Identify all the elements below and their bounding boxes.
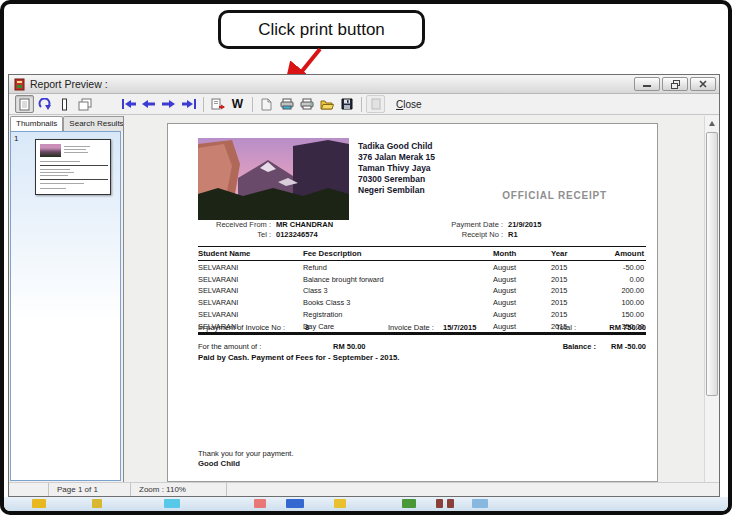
export-disabled-button[interactable] [366,95,385,113]
cell: August [493,297,551,309]
page-view-button[interactable] [15,95,34,113]
page-outline-button[interactable] [55,95,74,113]
first-page-icon [121,99,137,109]
callout-label: Click print button [258,20,385,40]
app-icon [13,78,26,91]
toolbar: W Close [9,94,719,115]
find-button[interactable]: W [228,95,247,113]
thumbnail-page-number: 1 [14,134,18,143]
cell: 100.00 [596,297,646,309]
invoice-no-label: In payment of Invoice No : [198,321,285,334]
cell: -50.00 [596,261,646,273]
first-page-button[interactable] [119,95,138,113]
save-icon [341,98,353,110]
print-icon [300,98,314,110]
paid-by-line: Paid by Cash. Payment of Fees for - Sept… [198,353,400,362]
scroll-up-button[interactable] [705,116,719,131]
window-body: Thumbnails Search Results 1 [9,116,719,482]
total-label: Total : [556,321,576,334]
invoice-date-value: 15/7/2015 [443,321,476,334]
cell: Refund [303,261,493,273]
restore-button[interactable] [662,77,688,91]
company-address-line: Negeri Sembilan [358,185,435,196]
amount-line: For the amount of : RM 50.00 Balance : R… [198,342,646,353]
receipt-no-label: Receipt No : [368,230,503,239]
printer-settings-icon [280,98,294,110]
cell: Class 3 [303,285,493,297]
close-report-button[interactable]: Close [396,99,422,110]
cell: 200.00 [596,285,646,297]
tab-search-results[interactable]: Search Results [63,116,129,131]
last-page-icon [181,99,197,109]
scrollbar-thumb[interactable] [706,132,718,396]
copy-icon [261,98,272,111]
cell: August [493,309,551,321]
close-window-button[interactable] [690,77,716,91]
copy-button[interactable] [257,95,276,113]
cell: SELVARANI [198,297,303,309]
screenshot-frame: Click print button Report Preview : [0,0,732,515]
page-thumbnail[interactable] [35,139,111,195]
invoice-line: In payment of Invoice No : 8 Invoice Dat… [198,321,646,335]
cell: Registration [303,309,493,321]
receipt-page: Tadika Good Child 376 Jalan Merak 15 Tam… [167,123,658,482]
tab-thumbnails[interactable]: Thumbnails [10,116,63,131]
toolbar-separator [361,97,362,112]
printer-settings-button[interactable] [277,95,296,113]
cell: SELVARANI [198,309,303,321]
page-outline-icon [61,98,68,111]
cell: 2015 [551,273,596,285]
received-from-value: MR CHANDRAN [276,220,333,229]
statusbar-zoom: Zoom : 110% [131,483,227,496]
find-icon: W [232,98,243,110]
footer-signature: Good Child [198,459,240,468]
cell: August [493,285,551,297]
tel-label: Tel : [168,230,271,239]
callout-annotation: Click print button [218,10,425,49]
toolbar-separator [203,97,204,112]
table-row: SELVARANIBalance brought forwardAugust20… [198,273,646,285]
thumbnail-panel: 1 [10,131,121,481]
page-width-icon [38,98,51,110]
toolbar-separator [252,97,253,112]
cell: Balance brought forward [303,273,493,285]
prev-page-button[interactable] [139,95,158,113]
sidebar-tabs: Thumbnails Search Results [9,116,123,131]
page-width-button[interactable] [35,95,54,113]
multi-page-icon [78,98,92,111]
receipt-photo [198,138,349,220]
prev-page-icon [141,99,156,109]
col-amount: Amount [596,247,646,261]
col-month: Month [493,247,551,261]
total-value: RM 750.00 [609,321,646,334]
print-button[interactable] [297,95,316,113]
last-page-button[interactable] [179,95,198,113]
cell: August [493,273,551,285]
company-address-line: 70300 Seremban [358,174,435,185]
minimize-button[interactable] [634,77,660,91]
tel-line: Tel : 0123246574 Receipt No : R1 [168,230,657,240]
invoice-no-value: 8 [305,321,309,334]
amount-label: For the amount of : [198,342,261,351]
single-page-icon [19,98,30,111]
multi-page-button[interactable] [75,95,94,113]
print-setup-button[interactable] [208,95,227,113]
cell: SELVARANI [198,261,303,273]
next-page-button[interactable] [159,95,178,113]
received-from-line: Received From : MR CHANDRAN Payment Date… [168,220,657,230]
receipt-no-value: R1 [508,230,518,239]
company-address-line: 376 Jalan Merak 15 [358,152,435,163]
tel-value: 0123246574 [276,230,318,239]
cell: 2015 [551,309,596,321]
vertical-scrollbar[interactable] [704,116,719,482]
cell: 150.00 [596,309,646,321]
statusbar: Page 1 of 1 Zoom : 110% [9,482,719,496]
cell: SELVARANI [198,285,303,297]
table-row: SELVARANIRegistrationAugust2015150.00 [198,309,646,321]
receipt-title: OFFICIAL RECEIPT [502,190,607,201]
cell: 2015 [551,285,596,297]
save-button[interactable] [337,95,356,113]
open-button[interactable] [317,95,336,113]
cell: August [493,261,551,273]
export-icon [371,98,381,110]
